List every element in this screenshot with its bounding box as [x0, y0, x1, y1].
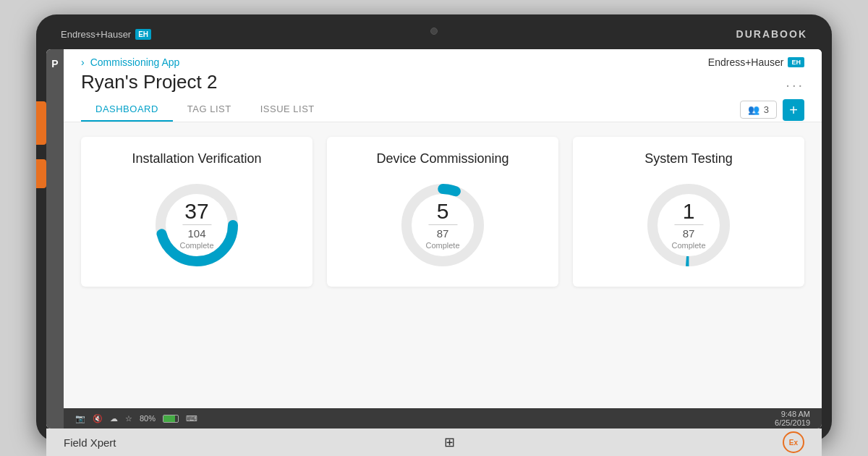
eh-brand-badge: EH [788, 57, 804, 67]
more-options-button[interactable]: ... [786, 74, 804, 90]
app-header: › Commissioning App Endress+Hauser EH Ry… [64, 49, 822, 122]
members-badge[interactable]: 👥 3 [740, 101, 777, 119]
dashboard-content: Installation Verification 37 [64, 122, 822, 408]
battery-percent: 80% [140, 414, 156, 423]
windows-logo-icon: ⊞ [444, 434, 455, 450]
card-3-title: System Testing [644, 151, 733, 166]
card-1-title: Installation Verification [132, 151, 261, 166]
status-time: 9:48 AM 6/25/2019 [775, 410, 810, 427]
tab-tag-list[interactable]: TAG LIST [173, 98, 246, 122]
eh-brand-right: Endress+Hauser EH [708, 56, 804, 68]
tablet-device: Endress+Hauser EH DURABOOK P › Commissio… [36, 14, 832, 442]
p-indicator-strip: P [46, 49, 64, 428]
time-display: 9:48 AM [775, 410, 810, 418]
donut-2-number: 5 [425, 200, 459, 222]
donut-1-label: Complete [179, 241, 213, 250]
project-title-row: Ryan's Project 2 ... [81, 71, 804, 93]
camera-status-icon: 📷 [75, 414, 85, 423]
donut-1: 37 104 Complete [150, 178, 244, 272]
durabook-brand: DURABOOK [736, 28, 807, 40]
app-content: › Commissioning App Endress+Hauser EH Ry… [64, 49, 822, 428]
members-count: 3 [764, 104, 769, 115]
donut-2-label: Complete [425, 241, 459, 250]
status-bar: 📷 🔇 ☁ ☆ 80% ⌨ 9:48 AM 6/25/2019 [64, 408, 822, 428]
donut-3-label: Complete [671, 241, 705, 250]
card-2-title: Device Commissioning [376, 151, 509, 166]
battery-bar [163, 415, 179, 423]
top-eh-badge: EH [135, 29, 151, 40]
cards-row: Installation Verification 37 [81, 137, 804, 287]
p-label: P [51, 58, 58, 69]
tabs-container: DASHBOARD TAG LIST ISSUE LIST [81, 98, 329, 122]
date-display: 6/25/2019 [775, 418, 810, 427]
bottom-bar: Field Xpert ⊞ Ex [46, 428, 822, 456]
add-member-button[interactable]: + [783, 99, 804, 121]
donut-2: 5 87 Complete [396, 178, 490, 272]
donut-1-center: 37 104 Complete [179, 200, 213, 250]
project-title: Ryan's Project 2 [81, 71, 218, 93]
eh-brand-text: Endress+Hauser [708, 56, 784, 68]
card-device-commissioning: Device Commissioning 5 87 [327, 137, 558, 287]
chevron-right-icon: › [81, 56, 85, 68]
star-icon: ☆ [125, 414, 132, 423]
screen: P › Commissioning App Endress+Hauser EH [46, 49, 822, 428]
donut-3: 1 87 Complete [642, 178, 736, 272]
tab-issue-list[interactable]: ISSUE LIST [246, 98, 329, 122]
keyboard-icon: ⌨ [186, 414, 197, 423]
donut-3-center: 1 87 Complete [671, 200, 705, 250]
tab-row: DASHBOARD TAG LIST ISSUE LIST 👥 3 + [81, 95, 804, 122]
card-installation-verification: Installation Verification 37 [81, 137, 312, 287]
tab-dashboard[interactable]: DASHBOARD [81, 98, 173, 122]
donut-2-total: 87 [425, 227, 459, 240]
camera [430, 28, 438, 35]
card-system-testing: System Testing 1 87 Comple [573, 137, 804, 287]
breadcrumb-row: › Commissioning App Endress+Hauser EH [81, 56, 804, 68]
tab-right-actions: 👥 3 + [740, 99, 804, 121]
donut-3-number: 1 [671, 200, 705, 222]
side-button-1[interactable] [36, 101, 46, 145]
battery-fill [163, 415, 175, 422]
donut-3-total: 87 [671, 227, 705, 240]
side-button-2[interactable] [36, 159, 46, 188]
field-xpert-label: Field Xpert [64, 436, 116, 449]
donut-2-center: 5 87 Complete [425, 200, 459, 250]
breadcrumb-left: › Commissioning App [81, 56, 179, 68]
status-icons: 📷 🔇 ☁ ☆ 80% ⌨ [75, 414, 197, 423]
ex-badge: Ex [783, 431, 804, 453]
cloud-icon: ☁ [110, 414, 118, 423]
donut-1-number: 37 [179, 200, 213, 222]
members-icon: 👥 [748, 104, 760, 115]
breadcrumb-text: Commissioning App [90, 56, 180, 68]
donut-1-total: 104 [179, 227, 213, 240]
volume-icon: 🔇 [93, 414, 103, 423]
top-brand-text: Endress+Hauser [61, 29, 131, 40]
